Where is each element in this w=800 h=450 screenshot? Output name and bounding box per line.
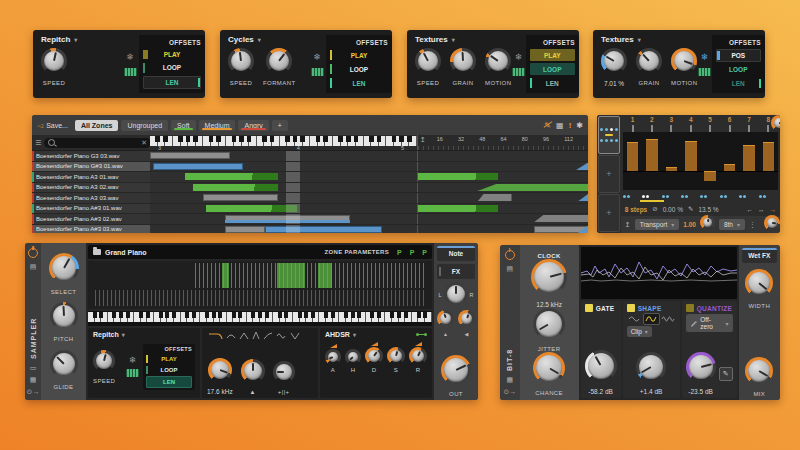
velocity-zone-cell[interactable] <box>417 225 588 234</box>
offset-loop-button[interactable]: LOOP <box>330 63 388 75</box>
black-key[interactable] <box>205 312 209 318</box>
step-bar[interactable] <box>627 142 639 171</box>
modulator-title[interactable]: Textures▾ <box>415 35 511 44</box>
env-s-knob[interactable] <box>387 347 405 365</box>
value-knob[interactable] <box>601 48 627 74</box>
zone-bar[interactable] <box>185 173 278 180</box>
quantize-mode-select[interactable]: Off-zero▾ <box>686 314 733 332</box>
black-key[interactable] <box>139 312 143 318</box>
chance-knob-dial[interactable] <box>533 352 565 384</box>
shuffle-icon[interactable]: ⊘ <box>652 205 657 213</box>
glide-knob[interactable] <box>50 364 78 381</box>
step-bar-cell[interactable] <box>642 132 661 190</box>
sample-row[interactable]: Boesendorfer Piano A3 01.wav <box>32 172 588 183</box>
jitter-knob[interactable] <box>533 326 565 343</box>
keytrack-knob[interactable] <box>458 313 475 330</box>
step-bar-cell[interactable] <box>720 132 739 190</box>
edge-knob[interactable] <box>771 125 780 132</box>
modulator-title[interactable]: Textures▾ <box>601 35 697 44</box>
black-key[interactable] <box>165 312 169 318</box>
width-knob[interactable] <box>745 283 773 300</box>
black-key[interactable] <box>404 312 408 318</box>
zone-bar[interactable] <box>534 215 588 222</box>
power-icon[interactable] <box>28 248 38 258</box>
sine-shape-button[interactable] <box>627 314 642 324</box>
black-key[interactable] <box>423 312 427 318</box>
step-bar[interactable] <box>743 145 755 171</box>
black-key[interactable] <box>377 136 382 142</box>
zone-tab-all-zones[interactable]: All Zones <box>75 120 119 131</box>
play-mode-title[interactable]: Repitch <box>93 331 119 338</box>
zone-bar[interactable] <box>203 194 278 201</box>
key-zone-cell[interactable] <box>150 183 417 193</box>
black-key[interactable] <box>193 136 198 142</box>
offset-pos-button[interactable]: POS <box>716 49 761 62</box>
offset-play-button[interactable]: PLAY <box>143 49 201 60</box>
pitch-knob[interactable] <box>50 316 78 333</box>
key-zone-cell[interactable] <box>150 162 417 172</box>
clip-mode-select[interactable]: Clip▾ <box>627 326 652 337</box>
clock-knob[interactable] <box>531 281 567 298</box>
mix-knob[interactable] <box>745 371 773 388</box>
shuffle-value[interactable]: 0.00 % <box>663 206 683 213</box>
pan-knob-dial[interactable] <box>444 282 468 306</box>
key-zone-cell[interactable] <box>150 225 417 234</box>
black-key[interactable] <box>185 312 189 318</box>
width-knob-dial[interactable] <box>745 269 773 297</box>
cutoff-knob-dial[interactable] <box>208 358 232 382</box>
shape-checkbox[interactable] <box>627 304 635 312</box>
offset-play-button[interactable]: PLAY <box>530 49 575 61</box>
black-key[interactable] <box>417 312 421 318</box>
rate-knob[interactable] <box>700 215 715 233</box>
pattern-slot-active[interactable] <box>598 116 620 154</box>
offset-loop-button[interactable]: LOOP <box>146 365 192 375</box>
gate-value[interactable]: -58.2 dB <box>588 388 613 395</box>
env-r-knob[interactable] <box>409 347 427 365</box>
zone-parameter-badge[interactable]: P <box>397 249 402 256</box>
black-key[interactable] <box>298 312 302 318</box>
step-dot-pair[interactable] <box>642 195 661 198</box>
save-icon[interactable]: ◅ <box>37 121 43 130</box>
offset-loop-button[interactable]: LOOP <box>143 62 201 73</box>
out-knob[interactable] <box>441 371 471 388</box>
sample-name[interactable]: Grand Piano <box>105 249 147 256</box>
key-range-ruler[interactable]: 345 <box>150 135 417 150</box>
step-dot-pair[interactable] <box>623 195 642 198</box>
zone-display[interactable] <box>88 261 432 309</box>
gate-checkbox[interactable] <box>585 304 593 312</box>
velocity-zone-cell[interactable] <box>417 162 588 172</box>
shape-knob-dial[interactable] <box>636 352 666 382</box>
modulator-title[interactable]: Repitch▾ <box>41 35 121 44</box>
step-dot-pair[interactable] <box>681 195 700 198</box>
black-key[interactable] <box>344 312 348 318</box>
black-key[interactable] <box>304 312 308 318</box>
pitch-knob-dial[interactable] <box>50 302 78 330</box>
speed-knob[interactable] <box>228 48 254 74</box>
offset-len-button[interactable]: LEN <box>146 376 192 388</box>
key-zone-cell[interactable] <box>150 204 417 214</box>
speed-knob[interactable] <box>415 48 441 74</box>
save-button[interactable]: Save... <box>46 122 68 129</box>
mod-link-icon[interactable] <box>416 333 427 336</box>
offset-len-button[interactable]: LEN <box>530 77 575 89</box>
offset-play-button[interactable]: PLAY <box>146 354 192 364</box>
black-key[interactable] <box>172 312 176 318</box>
step-bar-cell[interactable] <box>623 132 642 190</box>
black-key[interactable] <box>212 312 216 318</box>
key-zone-cell[interactable] <box>150 151 417 161</box>
clock-mode-select[interactable]: Transport▾ <box>635 219 680 230</box>
key-zone-cell[interactable] <box>150 214 417 224</box>
shift-right-icon[interactable]: → <box>770 206 777 213</box>
zone-bar[interactable] <box>265 226 382 233</box>
sample-row[interactable]: Boesendorfer Piano A3 02.wav <box>32 183 588 194</box>
note-tab-button[interactable]: Note <box>437 246 475 261</box>
edge-knob-dial[interactable] <box>771 115 780 131</box>
zone-tab-soft[interactable]: Soft <box>171 120 195 131</box>
offset-loop-button[interactable]: LOOP <box>716 64 761 75</box>
steps-count[interactable]: 8 steps <box>625 206 647 213</box>
fold-shape-button[interactable] <box>661 314 676 324</box>
sample-row[interactable]: Boesendorfer Piano A3 03.wav <box>32 193 588 204</box>
black-key[interactable] <box>232 312 236 318</box>
sampler-keyboard[interactable] <box>88 311 432 326</box>
freeze-icon[interactable]: ❄ <box>126 53 134 62</box>
